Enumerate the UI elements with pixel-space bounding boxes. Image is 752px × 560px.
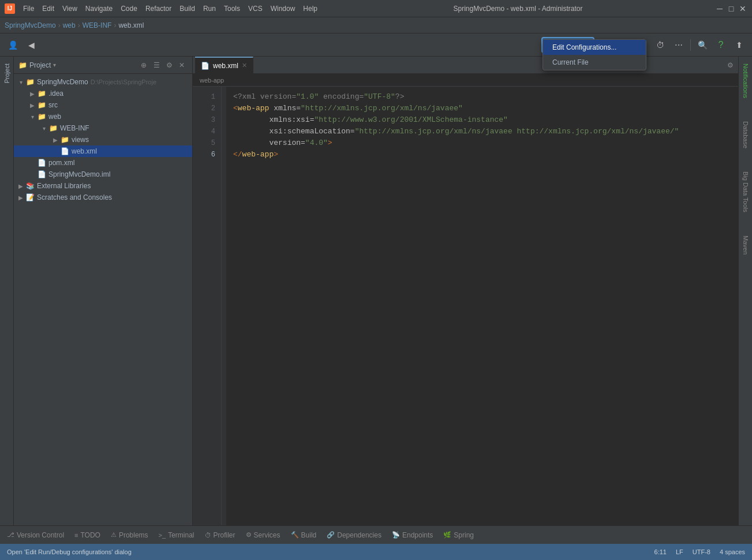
bottom-tab-todo[interactable]: ≡ TODO — [70, 527, 105, 543]
breadcrumb-webinf[interactable]: WEB-INF — [83, 21, 112, 29]
xml-bracket-5b: > — [328, 139, 332, 147]
title-bar-left: IJ File Edit View Navigate Code Refactor… — [5, 3, 321, 14]
tree-item-webinf[interactable]: ▾ 📁 WEB-INF — [14, 122, 192, 134]
editor-settings-btn[interactable]: ⚙ — [724, 59, 736, 71]
tab-icon-webxml: 📄 — [201, 62, 209, 70]
tree-label-webinf: WEB-INF — [60, 124, 89, 132]
window-controls[interactable]: ─ □ ✕ — [715, 4, 747, 13]
menu-file[interactable]: File — [20, 3, 38, 14]
menu-bar[interactable]: File Edit View Navigate Code Refactor Bu… — [20, 3, 321, 14]
toolbar-more-btn[interactable]: ⋯ — [671, 37, 687, 53]
bottom-tab-endpoints[interactable]: 📡 Endpoints — [387, 527, 437, 543]
profiler-icon: ⏱ — [205, 532, 211, 539]
right-tab-notifications[interactable]: Notifications — [740, 59, 751, 103]
editor-tab-webxml[interactable]: 📄 web.xml ✕ — [195, 57, 253, 74]
right-tab-maven[interactable]: Maven — [740, 231, 751, 259]
menu-navigate[interactable]: Navigate — [82, 3, 116, 14]
toolbar-back-btn[interactable]: ◀ — [23, 37, 39, 53]
xml-str-version: "4.0" — [305, 139, 328, 147]
bottom-tab-spring[interactable]: 🌿 Spring — [439, 527, 478, 543]
tree-item-scratches[interactable]: ▶ 📝 Scratches and Consoles — [14, 192, 192, 203]
dropdown-edit-configurations[interactable]: Edit Configurations... — [543, 40, 646, 55]
toolbar-profile-btn[interactable]: ⏱ — [652, 37, 668, 53]
right-tab-bigdata[interactable]: Big Data Tools — [740, 167, 751, 217]
status-cursor-pos[interactable]: 6:11 — [652, 548, 669, 555]
left-sidebar-tabs: Project — [0, 57, 14, 525]
panel-title: 📁 Project ▾ — [18, 61, 56, 69]
status-message[interactable]: Open 'Edit Run/Debug configurations' dia… — [5, 548, 134, 555]
main-layout: Project 📁 Project ▾ ⊕ ☰ ⚙ ✕ ▾ 📁 SpringMv… — [0, 57, 752, 525]
bottom-tab-services[interactable]: ⚙ Services — [241, 527, 285, 543]
panel-sync-btn[interactable]: ⊕ — [138, 59, 149, 71]
folder-icon-idea: 📁 — [37, 89, 46, 98]
status-line-ending[interactable]: LF — [674, 548, 686, 555]
tree-item-pomxml[interactable]: 📄 pom.xml — [14, 157, 192, 169]
bottom-tab-profiler[interactable]: ⏱ Profiler — [200, 527, 240, 543]
panel-header: 📁 Project ▾ ⊕ ☰ ⚙ ✕ — [14, 57, 192, 74]
xml-decl-2: encoding= — [319, 92, 364, 101]
settings-btn[interactable]: ? — [713, 37, 729, 53]
menu-view[interactable]: View — [59, 3, 81, 14]
toolbar-avatar-btn[interactable]: 👤 — [5, 37, 21, 53]
menu-run[interactable]: Run — [200, 3, 219, 14]
tab-close-webxml[interactable]: ✕ — [242, 62, 247, 69]
menu-tools[interactable]: Tools — [220, 3, 244, 14]
search-everywhere-btn[interactable]: 🔍 — [694, 37, 710, 53]
status-indent[interactable]: 4 spaces — [717, 548, 747, 555]
tree-item-views[interactable]: ▶ 📁 views — [14, 134, 192, 145]
tree-arrow-ext-libs: ▶ — [16, 183, 25, 189]
panel-settings-btn[interactable]: ⚙ — [163, 59, 175, 71]
code-editor[interactable]: <?xml version="1.0" encoding="UTF-8"?> <… — [226, 87, 738, 525]
update-btn[interactable]: ⬆ — [731, 37, 747, 53]
tree-item-ext-libs[interactable]: ▶ 📚 External Libraries — [14, 180, 192, 192]
tree-item-src[interactable]: ▶ 📁 src — [14, 99, 192, 111]
minimize-button[interactable]: ─ — [715, 4, 724, 13]
folder-icon-scratches: 📝 — [25, 193, 35, 202]
vcs-icon: ⎇ — [7, 531, 14, 539]
toolbar-left: 👤 ◀ — [5, 37, 539, 53]
tree-label-scratches: Scratches and Consoles — [37, 193, 112, 201]
tree-item-root[interactable]: ▾ 📁 SpringMvcDemo D:\Projects\SpringProj… — [14, 76, 192, 88]
menu-edit[interactable]: Edit — [39, 3, 58, 14]
tree-item-web[interactable]: ▾ 📁 web — [14, 111, 192, 122]
menu-vcs[interactable]: VCS — [245, 3, 266, 14]
maximize-button[interactable]: □ — [727, 4, 736, 13]
folder-icon-root: 📁 — [25, 77, 35, 87]
code-line-3: xxxxxxxxxmlns:xsi="http://www.w3.org/200… — [233, 114, 731, 126]
status-bar: Open 'Edit Run/Debug configurations' dia… — [0, 544, 752, 560]
breadcrumb-project[interactable]: SpringMvcDemo — [5, 21, 56, 29]
code-line-2: <web-app xmlns="http://xmlns.jcp.org/xml… — [233, 103, 731, 114]
project-panel: 📁 Project ▾ ⊕ ☰ ⚙ ✕ ▾ 📁 SpringMvcDemo D:… — [14, 57, 193, 525]
tab-label-webxml: web.xml — [213, 62, 238, 70]
close-button[interactable]: ✕ — [738, 4, 747, 13]
panel-dropdown-icon[interactable]: ▾ — [53, 62, 56, 68]
tree-item-idea[interactable]: ▶ 📁 .idea — [14, 88, 192, 99]
bottom-tab-terminal[interactable]: >_ Terminal — [154, 527, 199, 543]
tree-item-iml[interactable]: 📄 SpringMvcDemo.iml — [14, 169, 192, 180]
bottom-tab-dependencies[interactable]: 🔗 Dependencies — [322, 527, 386, 543]
code-line-1: <?xml version="1.0" encoding="UTF-8"?> — [233, 91, 731, 103]
app-logo: IJ — [5, 3, 15, 14]
menu-code[interactable]: Code — [117, 3, 141, 14]
tree-arrow-src: ▶ — [28, 102, 37, 109]
tree-item-webxml[interactable]: 📄 web.xml — [14, 145, 192, 157]
bottom-tab-build[interactable]: 🔨 Build — [286, 527, 321, 543]
sidebar-tab-project[interactable]: Project — [1, 59, 13, 88]
right-tab-database[interactable]: Database — [740, 117, 751, 153]
breadcrumb-web[interactable]: web — [63, 21, 76, 29]
tree-label-iml: SpringMvcDemo.iml — [48, 170, 110, 178]
menu-build[interactable]: Build — [176, 3, 199, 14]
editor-bc-webapp[interactable]: web-app — [200, 77, 224, 84]
menu-window[interactable]: Window — [267, 3, 299, 14]
title-bar: IJ File Edit View Navigate Code Refactor… — [0, 0, 752, 17]
panel-collapse-btn[interactable]: ☰ — [151, 59, 162, 71]
menu-help[interactable]: Help — [300, 3, 321, 14]
bottom-tab-problems[interactable]: ⚠ Problems — [106, 527, 153, 543]
bottom-tab-vcs[interactable]: ⎇ Version Control — [2, 527, 69, 543]
menu-refactor[interactable]: Refactor — [142, 3, 175, 14]
dropdown-current-file[interactable]: Current File — [543, 55, 646, 70]
status-encoding[interactable]: UTF-8 — [690, 548, 713, 555]
line-num-4: 4 — [193, 126, 221, 137]
panel-close-btn[interactable]: ✕ — [176, 59, 188, 71]
tab-bar: 📄 web.xml ✕ ⚙ — [193, 57, 738, 74]
